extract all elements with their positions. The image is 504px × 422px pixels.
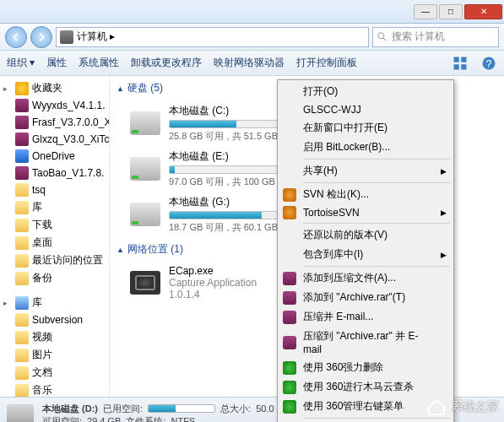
rar-icon bbox=[283, 291, 296, 305]
free-label: 可用空间: bbox=[42, 415, 82, 423]
archive-icon bbox=[15, 166, 29, 180]
sidebar-item[interactable]: 图片 bbox=[0, 346, 109, 364]
sidebar-item[interactable]: 音乐 bbox=[0, 381, 109, 397]
context-menu-item[interactable]: 还原以前的版本(V) bbox=[279, 225, 452, 245]
context-menu-item[interactable]: 启用 BitLocker(B)... bbox=[279, 138, 452, 157]
sidebar-item[interactable]: 下载 bbox=[0, 216, 109, 234]
svg-rect-2 bbox=[454, 57, 459, 62]
navbar: 计算机 ▸ 搜索 计算机 bbox=[0, 24, 504, 51]
folder-icon bbox=[15, 349, 29, 362]
sidebar-item[interactable]: 最近访问的位置 bbox=[0, 252, 109, 269]
app-version: 1.0.1.4 bbox=[169, 289, 257, 300]
context-menu-item[interactable]: 压缩并 E-mail... bbox=[279, 307, 452, 327]
sidebar-item[interactable]: 视频 bbox=[0, 328, 109, 346]
sidebar-item[interactable]: Wyyxds_V4.1.1. bbox=[0, 97, 109, 114]
folder-icon bbox=[15, 384, 29, 398]
context-menu-item[interactable]: 添加到压缩文件(A)... bbox=[279, 268, 452, 288]
properties-button[interactable]: 属性 bbox=[46, 56, 67, 70]
sidebar-item[interactable]: OneDrive bbox=[0, 148, 109, 165]
maximize-button[interactable]: □ bbox=[439, 4, 463, 19]
toolbar: 组织 ▾ 属性 系统属性 卸载或更改程序 映射网络驱动器 打开控制面板 ? bbox=[0, 51, 504, 76]
archive-icon bbox=[15, 99, 29, 112]
search-placeholder: 搜索 计算机 bbox=[392, 30, 445, 44]
context-menu-item[interactable]: 添加到 "Archive.rar"(T) bbox=[279, 288, 452, 307]
svg-rect-3 bbox=[461, 57, 466, 62]
libraries-node[interactable]: ▸库 bbox=[0, 294, 109, 311]
star-icon bbox=[15, 82, 29, 95]
submenu-arrow-icon: ▶ bbox=[441, 251, 447, 259]
status-title: 本地磁盘 (D:) bbox=[42, 403, 98, 415]
close-button[interactable]: ✕ bbox=[464, 4, 502, 19]
archive-icon bbox=[15, 116, 29, 129]
view-icon[interactable] bbox=[452, 55, 469, 72]
sidebar-item[interactable]: TaoBao_V1.7.8. bbox=[0, 165, 109, 181]
drive-icon bbox=[130, 203, 160, 226]
drive-icon bbox=[130, 157, 160, 181]
fs-value: NTFS bbox=[171, 416, 195, 422]
camera-icon bbox=[130, 271, 160, 295]
drive-icon bbox=[130, 111, 160, 135]
sidebar-item[interactable]: 备份 bbox=[0, 269, 109, 287]
context-menu-item[interactable]: 包含到库中(I)▶ bbox=[279, 245, 452, 264]
control-panel-button[interactable]: 打开控制面板 bbox=[296, 56, 357, 70]
sidebar-item[interactable]: 文档 bbox=[0, 364, 109, 381]
sidebar-item[interactable]: 桌面 bbox=[0, 234, 109, 252]
360-icon bbox=[283, 400, 296, 414]
fs-label: 文件系统: bbox=[126, 415, 165, 423]
app-desc: Capture Application bbox=[169, 277, 257, 289]
sidebar-item[interactable]: Subversion bbox=[0, 311, 109, 328]
forward-button[interactable] bbox=[30, 26, 52, 48]
back-button[interactable] bbox=[5, 26, 27, 48]
onedrive-icon bbox=[15, 149, 29, 163]
rar-icon bbox=[283, 272, 296, 285]
status-usage-bar bbox=[148, 404, 215, 413]
folder-icon bbox=[15, 236, 29, 250]
folder-icon bbox=[15, 331, 29, 344]
context-menu-item[interactable]: TortoiseSVN▶ bbox=[279, 204, 452, 221]
context-menu-item[interactable]: 打开(O) bbox=[279, 82, 452, 101]
context-menu-item[interactable]: GLSCC-WJJ bbox=[279, 101, 452, 118]
context-menu-item[interactable]: 压缩到 "Archive.rar" 并 E-mail bbox=[279, 327, 452, 358]
archive-icon bbox=[15, 133, 29, 146]
favorites-node[interactable]: ▸收藏夹 bbox=[0, 79, 109, 97]
drive-icon bbox=[7, 404, 34, 423]
context-menu-item[interactable]: 使用 360进行木马云查杀 bbox=[279, 377, 452, 397]
svg-rect-5 bbox=[461, 64, 466, 69]
sidebar-item[interactable]: tsq bbox=[0, 181, 109, 198]
total-label: 总大小: bbox=[220, 403, 251, 415]
uninstall-button[interactable]: 卸载或更改程序 bbox=[131, 56, 202, 70]
context-menu-item[interactable]: 使用 360强力删除 bbox=[279, 358, 452, 377]
sidebar: ▸收藏夹 Wyyxds_V4.1.1. Frasf_V3.7.0.0_X Glx… bbox=[0, 76, 110, 397]
computer-icon bbox=[60, 30, 73, 44]
svn-icon bbox=[283, 206, 296, 219]
folder-icon bbox=[15, 313, 29, 327]
free-value: 29.4 GB bbox=[87, 416, 121, 422]
breadcrumb-text: 计算机 ▸ bbox=[77, 30, 115, 44]
minimize-button[interactable]: — bbox=[414, 4, 437, 19]
rar-icon bbox=[283, 336, 296, 349]
folder-icon bbox=[15, 201, 29, 214]
breadcrumb[interactable]: 计算机 ▸ bbox=[56, 27, 369, 47]
folder-icon bbox=[15, 183, 29, 197]
context-menu-item[interactable]: 共享(H)▶ bbox=[279, 161, 452, 181]
organize-menu[interactable]: 组织 ▾ bbox=[7, 56, 35, 70]
search-input[interactable]: 搜索 计算机 bbox=[372, 27, 499, 47]
system-properties-button[interactable]: 系统属性 bbox=[79, 56, 119, 70]
360-icon bbox=[283, 381, 296, 394]
context-menu-item[interactable]: SVN 检出(K)... bbox=[279, 185, 452, 204]
folder-icon bbox=[15, 254, 29, 268]
svg-text:?: ? bbox=[486, 58, 492, 70]
svg-line-1 bbox=[383, 37, 387, 41]
search-icon bbox=[377, 31, 388, 43]
sidebar-item[interactable]: 库 bbox=[0, 198, 109, 216]
sidebar-item[interactable]: Frasf_V3.7.0.0_X bbox=[0, 114, 109, 131]
used-label: 已用空间: bbox=[103, 403, 143, 415]
sidebar-item[interactable]: Glxzq_V3.0_XiTc bbox=[0, 131, 109, 148]
svn-icon bbox=[283, 188, 296, 202]
folder-icon bbox=[15, 219, 29, 232]
house-icon bbox=[426, 397, 447, 417]
context-menu-item[interactable]: 在新窗口中打开(E) bbox=[279, 118, 452, 138]
library-icon bbox=[15, 296, 29, 310]
map-drive-button[interactable]: 映射网络驱动器 bbox=[214, 56, 285, 70]
help-icon[interactable]: ? bbox=[480, 55, 497, 72]
